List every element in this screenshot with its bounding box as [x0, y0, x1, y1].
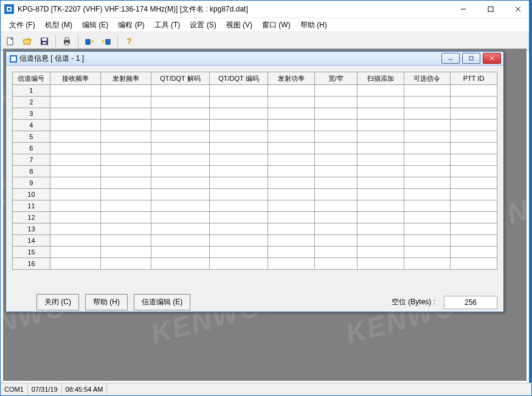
data-cell[interactable]: [357, 212, 404, 224]
data-cell[interactable]: [50, 131, 100, 143]
data-cell[interactable]: [100, 212, 151, 224]
data-cell[interactable]: [151, 200, 210, 212]
data-cell[interactable]: [209, 258, 268, 270]
data-cell[interactable]: [100, 258, 151, 270]
data-cell[interactable]: [451, 120, 497, 131]
column-header[interactable]: 发射频率: [100, 72, 151, 85]
data-cell[interactable]: [314, 131, 357, 143]
data-cell[interactable]: [209, 131, 268, 143]
data-cell[interactable]: [268, 143, 314, 154]
data-cell[interactable]: [451, 212, 497, 224]
data-cell[interactable]: [314, 224, 357, 235]
row-number-cell[interactable]: 8: [13, 166, 50, 177]
data-cell[interactable]: [50, 108, 100, 120]
column-header[interactable]: 信道编号: [13, 72, 50, 85]
data-cell[interactable]: [151, 177, 210, 189]
channel-table[interactable]: 信道编号接收频率发射频率QT/DQT 解码QT/DQT 编码发射功率宽/窄扫描添…: [12, 72, 497, 270]
data-cell[interactable]: [100, 224, 151, 235]
column-header[interactable]: 发射功率: [268, 72, 314, 85]
table-row[interactable]: 7: [13, 154, 497, 166]
data-cell[interactable]: [404, 212, 451, 224]
data-cell[interactable]: [50, 247, 100, 258]
data-cell[interactable]: [209, 189, 268, 200]
data-cell[interactable]: [451, 143, 497, 154]
data-cell[interactable]: [209, 108, 268, 120]
data-cell[interactable]: [50, 200, 100, 212]
data-cell[interactable]: [268, 97, 314, 108]
data-cell[interactable]: [404, 143, 451, 154]
row-number-cell[interactable]: 12: [13, 212, 50, 224]
help-icon[interactable]: ?: [122, 34, 136, 49]
data-cell[interactable]: [50, 166, 100, 177]
menu-item[interactable]: 工具 (T): [150, 19, 185, 32]
data-cell[interactable]: [357, 247, 404, 258]
child-minimize-button[interactable]: [441, 53, 460, 64]
table-row[interactable]: 15: [13, 247, 497, 258]
data-cell[interactable]: [151, 143, 210, 154]
data-cell[interactable]: [357, 108, 404, 120]
data-cell[interactable]: [314, 247, 357, 258]
row-number-cell[interactable]: 10: [13, 189, 50, 200]
menu-item[interactable]: 编辑 (E): [77, 19, 113, 32]
data-cell[interactable]: [404, 200, 451, 212]
data-cell[interactable]: [357, 177, 404, 189]
data-cell[interactable]: [404, 235, 451, 247]
row-number-cell[interactable]: 2: [13, 97, 50, 108]
data-cell[interactable]: [100, 166, 151, 177]
menu-item[interactable]: 设置 (S): [185, 19, 221, 32]
data-cell[interactable]: [268, 258, 314, 270]
data-cell[interactable]: [357, 200, 404, 212]
data-cell[interactable]: [50, 154, 100, 166]
data-cell[interactable]: [451, 189, 497, 200]
channel-edit-button[interactable]: 信道编辑 (E): [134, 294, 190, 310]
data-cell[interactable]: [314, 189, 357, 200]
column-header[interactable]: 宽/窄: [314, 72, 357, 85]
data-cell[interactable]: [151, 247, 210, 258]
data-cell[interactable]: [100, 189, 151, 200]
new-file-icon[interactable]: [3, 34, 18, 49]
data-cell[interactable]: [451, 166, 497, 177]
menu-item[interactable]: 编程 (P): [113, 19, 149, 32]
data-cell[interactable]: [268, 189, 314, 200]
row-number-cell[interactable]: 7: [13, 154, 50, 166]
data-cell[interactable]: [268, 166, 314, 177]
data-cell[interactable]: [404, 120, 451, 131]
data-cell[interactable]: [357, 235, 404, 247]
data-cell[interactable]: [151, 224, 210, 235]
child-close-button[interactable]: [483, 53, 501, 64]
table-row[interactable]: 5: [13, 131, 497, 143]
data-cell[interactable]: [151, 85, 210, 97]
data-cell[interactable]: [314, 177, 357, 189]
data-cell[interactable]: [451, 224, 497, 235]
data-cell[interactable]: [50, 177, 100, 189]
data-cell[interactable]: [151, 108, 210, 120]
data-cell[interactable]: [268, 108, 314, 120]
data-cell[interactable]: [268, 85, 314, 97]
data-cell[interactable]: [404, 108, 451, 120]
data-cell[interactable]: [314, 258, 357, 270]
data-cell[interactable]: [100, 85, 151, 97]
data-cell[interactable]: [209, 247, 268, 258]
data-cell[interactable]: [357, 154, 404, 166]
data-cell[interactable]: [357, 143, 404, 154]
row-number-cell[interactable]: 15: [13, 247, 50, 258]
data-cell[interactable]: [50, 189, 100, 200]
data-cell[interactable]: [404, 224, 451, 235]
data-cell[interactable]: [404, 189, 451, 200]
data-cell[interactable]: [404, 97, 451, 108]
table-row[interactable]: 16: [13, 258, 497, 270]
data-cell[interactable]: [209, 177, 268, 189]
radio-read-icon[interactable]: [82, 34, 97, 49]
data-cell[interactable]: [314, 212, 357, 224]
row-number-cell[interactable]: 3: [13, 108, 50, 120]
data-cell[interactable]: [50, 235, 100, 247]
menu-item[interactable]: 文件 (F): [4, 19, 40, 32]
data-cell[interactable]: [100, 235, 151, 247]
data-cell[interactable]: [314, 85, 357, 97]
data-cell[interactable]: [404, 131, 451, 143]
maximize-button[interactable]: [477, 1, 504, 18]
column-header[interactable]: 可选信令: [404, 72, 451, 85]
data-cell[interactable]: [451, 235, 497, 247]
data-cell[interactable]: [357, 189, 404, 200]
data-cell[interactable]: [451, 258, 497, 270]
